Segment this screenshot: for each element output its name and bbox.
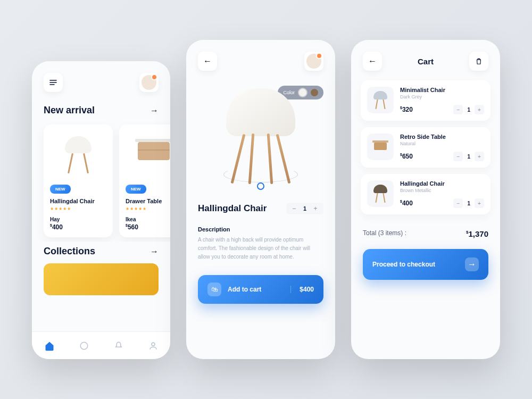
qty-minus-button[interactable]: − [290, 205, 298, 212]
cart-thumb [367, 134, 394, 160]
see-all-arrow[interactable]: → [150, 247, 159, 256]
table-icon [372, 139, 388, 154]
price-label: $400 [50, 223, 106, 231]
cart-qty-stepper: − 1 + [453, 105, 484, 114]
cart-item-name: Retro Side Table [400, 134, 484, 140]
cart-title: Cart [418, 57, 434, 66]
price-label: $560 [126, 223, 170, 231]
arrow-left-icon: ← [368, 56, 377, 66]
add-cart-price: $400 [290, 286, 314, 293]
home-header [32, 61, 170, 101]
product-name: Drawer Table [126, 198, 170, 204]
cart-item-name: Hallingdal Chair [400, 180, 484, 187]
product-cards-row: NEW Hallingdal Chair ★★★★★ Hay $400 NEW … [32, 120, 170, 242]
chat-icon [79, 341, 89, 351]
cart-item: Retro Side Table Natural $650 − 1 + [361, 127, 491, 168]
trash-icon [475, 57, 483, 65]
svg-point-0 [80, 342, 88, 350]
cart-item-variant: Natural [400, 141, 484, 146]
new-badge: NEW [50, 185, 71, 194]
description-section: Description A chair with a high back wil… [186, 220, 335, 268]
quantity-stepper: − 1 + [286, 203, 323, 214]
total-label: Total (3 items) : [363, 229, 406, 238]
cart-item: Minimalist Chair Dark Grey $320 − 1 + [361, 80, 491, 121]
user-icon [148, 341, 158, 351]
cart-qty-stepper: − 1 + [453, 152, 484, 161]
collection-preview[interactable] [44, 263, 159, 295]
cart-thumb [367, 87, 394, 113]
qty-plus-button[interactable]: + [475, 152, 484, 161]
new-arrival-header: New arrival → [32, 101, 170, 120]
hamburger-icon [49, 78, 57, 87]
cart-header: ← Cart [351, 40, 500, 78]
profile-button[interactable] [139, 73, 159, 92]
home-icon [44, 340, 55, 351]
new-badge: NEW [126, 185, 146, 194]
section-title: New arrival [44, 105, 95, 116]
detail-screen: ← Color Hallingdal Chair − 1 + Descripti… [186, 40, 335, 359]
qty-value: 1 [464, 154, 473, 160]
nav-home[interactable] [43, 339, 56, 352]
cart-qty-stepper: − 1 + [453, 198, 484, 208]
cart-item-variant: Brown Metallic [400, 188, 484, 193]
checkout-label: Proceed to checkout [372, 261, 435, 268]
total-row: Total (3 items) : $1,370 [351, 217, 500, 246]
nav-profile[interactable] [147, 339, 160, 352]
collections-header: Collections → [32, 242, 170, 261]
rotate-handle[interactable] [257, 182, 264, 190]
qty-plus-button[interactable]: + [475, 105, 484, 114]
cart-item-price: $320 [400, 106, 413, 113]
product-hero: Color [186, 75, 335, 197]
svg-point-1 [152, 343, 155, 346]
brand-label: Hay [50, 217, 106, 222]
description-label: Description [198, 226, 323, 232]
home-screen: New arrival → NEW Hallingdal Chair ★★★★★… [32, 61, 170, 359]
product-title: Hallingdal Chair [198, 203, 267, 214]
bell-icon [114, 341, 123, 351]
bottom-nav [32, 331, 170, 359]
nav-notifications[interactable] [112, 339, 125, 352]
nav-chat[interactable] [78, 339, 90, 352]
product-name: Hallingdal Chair [50, 198, 106, 204]
drawer-icon [135, 139, 170, 171]
product-image [126, 131, 170, 179]
chair-icon [62, 136, 94, 173]
checkout-button[interactable]: Proceed to checkout → [363, 249, 488, 280]
qty-minus-button[interactable]: − [453, 105, 463, 114]
arrow-left-icon: ← [203, 56, 212, 66]
menu-button[interactable] [44, 73, 63, 92]
delete-button[interactable] [469, 52, 488, 71]
qty-value: 1 [464, 107, 473, 113]
product-card[interactable]: NEW Hallingdal Chair ★★★★★ Hay $400 [44, 124, 113, 237]
add-cart-label: Add to cart [228, 286, 261, 293]
cart-item-price: $400 [400, 200, 413, 207]
add-to-cart-button[interactable]: 🛍 Add to cart $400 [198, 275, 323, 304]
color-swatch-brown[interactable] [311, 89, 318, 96]
rating-stars: ★★★★★ [50, 206, 106, 211]
qty-plus-button[interactable]: + [312, 205, 319, 212]
profile-button[interactable] [304, 52, 323, 71]
description-text: A chair with a high back will provide op… [198, 236, 323, 261]
brand-label: Ikea [126, 217, 170, 222]
qty-plus-button[interactable]: + [475, 198, 484, 208]
arrow-right-icon: → [465, 257, 479, 271]
rating-stars: ★★★★★ [126, 206, 170, 211]
cart-item: Hallingdal Chair Brown Metallic $400 − 1… [361, 174, 491, 214]
qty-minus-button[interactable]: − [453, 152, 463, 161]
cart-item-price: $650 [400, 153, 413, 160]
qty-minus-button[interactable]: − [453, 198, 463, 208]
back-button[interactable]: ← [363, 52, 382, 71]
back-button[interactable]: ← [198, 52, 217, 71]
qty-value: 1 [303, 205, 306, 212]
chair-icon [372, 185, 388, 203]
product-card[interactable]: NEW Drawer Table ★★★★★ Ikea $560 [119, 124, 170, 237]
see-all-arrow[interactable]: → [150, 106, 159, 115]
avatar-icon [142, 75, 156, 90]
cart-screen: ← Cart Minimalist Chair Dark Grey $320 −… [351, 40, 500, 359]
avatar-icon [306, 54, 321, 69]
title-row: Hallingdal Chair − 1 + [186, 197, 335, 220]
qty-value: 1 [464, 201, 473, 206]
cart-list: Minimalist Chair Dark Grey $320 − 1 + Re… [351, 78, 500, 217]
cart-thumb [367, 180, 394, 207]
bag-icon: 🛍 [207, 282, 221, 296]
